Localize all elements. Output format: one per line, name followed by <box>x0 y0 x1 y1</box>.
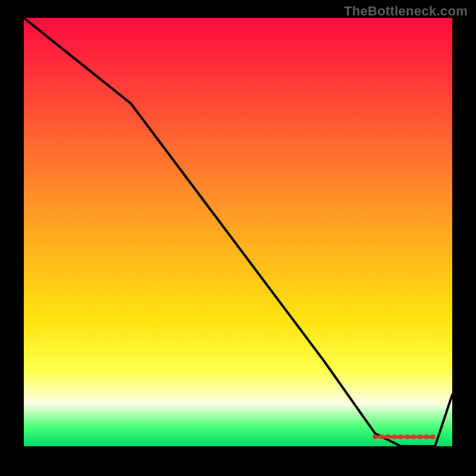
watermark-label: TheBottleneck.com <box>344 4 468 19</box>
marker-dot <box>399 434 403 439</box>
marker-dot <box>418 434 422 439</box>
bottleneck-curve <box>24 18 452 446</box>
marker-dot <box>392 434 397 439</box>
marker-dot <box>411 434 416 439</box>
line-chart <box>24 18 452 446</box>
optimal-band-markers <box>372 434 435 439</box>
marker-dot <box>424 434 429 439</box>
marker-dot <box>372 434 377 439</box>
marker-dot <box>379 434 384 439</box>
plot-area <box>24 18 452 446</box>
chart-frame: TheBottleneck.com <box>0 0 476 476</box>
marker-dot <box>405 434 409 439</box>
marker-dot <box>386 434 390 439</box>
marker-dot <box>431 434 436 439</box>
